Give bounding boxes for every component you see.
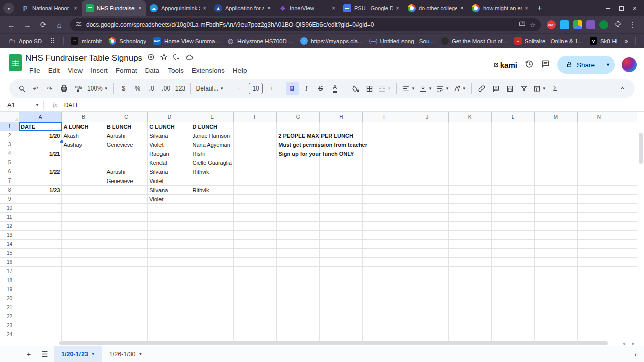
- cell-F10[interactable]: [234, 204, 277, 213]
- cell-H7[interactable]: [320, 176, 363, 186]
- column-header-N[interactable]: N: [578, 112, 620, 122]
- cell-F17[interactable]: [234, 267, 277, 276]
- cell-F15[interactable]: [234, 249, 277, 258]
- cell-F14[interactable]: [234, 240, 277, 249]
- restore-window-button[interactable]: [619, 6, 624, 11]
- cell-D21[interactable]: [148, 303, 191, 312]
- cell-C17[interactable]: [105, 267, 148, 276]
- cell-N1[interactable]: [578, 122, 620, 131]
- back-icon[interactable]: ←: [4, 18, 18, 32]
- italic-button[interactable]: I: [300, 82, 313, 95]
- row-header-9[interactable]: 9: [0, 195, 19, 204]
- cell-H15[interactable]: [320, 249, 363, 258]
- cell-G16[interactable]: [277, 258, 319, 267]
- vertical-align-button[interactable]: ▼: [418, 82, 434, 95]
- drive-extension-icon[interactable]: [573, 20, 582, 29]
- cell-F1[interactable]: [234, 122, 277, 131]
- sheets-logo-icon[interactable]: [5, 51, 25, 74]
- row-header-20[interactable]: 20: [0, 294, 19, 303]
- sheet-tab-1/26-1/30[interactable]: 1/26-1/30▼: [102, 346, 150, 362]
- horizontal-scrollbar[interactable]: ◀ ▶: [0, 341, 644, 346]
- column-header-F[interactable]: F: [234, 112, 277, 122]
- sheet-tab-dropdown-icon[interactable]: ▼: [139, 352, 143, 356]
- decrease-decimals-button[interactable]: .0: [145, 82, 158, 95]
- cell-E8[interactable]: Rithvik: [191, 186, 234, 195]
- cell-J15[interactable]: [406, 249, 449, 258]
- column-header-M[interactable]: M: [535, 112, 578, 122]
- cell-C21[interactable]: [105, 303, 148, 312]
- cell-G13[interactable]: [277, 231, 319, 240]
- table-views-button[interactable]: ▼: [532, 82, 548, 95]
- cell-N10[interactable]: [578, 204, 620, 213]
- cell-J16[interactable]: [406, 258, 449, 267]
- cell-D7[interactable]: Violet: [148, 176, 191, 186]
- cell-C14[interactable]: [105, 240, 148, 249]
- cell-D12[interactable]: [148, 222, 191, 231]
- cell-K7[interactable]: [449, 176, 492, 186]
- cell-B2[interactable]: Akash: [62, 131, 105, 140]
- cell-L17[interactable]: [492, 267, 534, 276]
- cell-I9[interactable]: [363, 195, 406, 204]
- cell-J6[interactable]: [406, 167, 449, 176]
- column-header-H[interactable]: H: [320, 112, 363, 122]
- cell-D15[interactable]: [148, 249, 191, 258]
- cell-I17[interactable]: [363, 267, 406, 276]
- cell-B9[interactable]: [62, 195, 105, 204]
- increase-font-size-button[interactable]: +: [265, 82, 278, 95]
- cell-N24[interactable]: [578, 330, 620, 339]
- row-header-15[interactable]: 15: [0, 249, 19, 258]
- borders-button[interactable]: [363, 82, 376, 95]
- cell-F19[interactable]: [234, 285, 277, 294]
- cell-K6[interactable]: [449, 167, 492, 176]
- browser-tab[interactable]: do other colleges×: [404, 0, 468, 16]
- cell-K21[interactable]: [449, 303, 492, 312]
- cell-F18[interactable]: [234, 276, 277, 285]
- cell-A18[interactable]: [19, 276, 62, 285]
- tab-close-icon[interactable]: ×: [74, 5, 77, 12]
- cell-K14[interactable]: [449, 240, 492, 249]
- cell-B13[interactable]: [62, 231, 105, 240]
- cell-A15[interactable]: [19, 249, 62, 258]
- cell-F2[interactable]: [234, 131, 277, 140]
- cell-C7[interactable]: Genevieve: [105, 176, 148, 186]
- bookmark-item[interactable]: ⠿: [46, 36, 59, 46]
- cell-E1[interactable]: D LUNCH: [191, 122, 234, 131]
- cell-E15[interactable]: [191, 249, 234, 258]
- cell-N9[interactable]: [578, 195, 620, 204]
- format-percent-button[interactable]: %: [131, 82, 144, 95]
- bookmark-item[interactable]: VSk8-Hi: [587, 36, 621, 46]
- cell-F13[interactable]: [234, 231, 277, 240]
- cell-H20[interactable]: [320, 294, 363, 303]
- cell-L3[interactable]: [492, 140, 534, 149]
- cell-A16[interactable]: [19, 258, 62, 267]
- cell-A2[interactable]: 1/20: [19, 131, 62, 140]
- cell-L13[interactable]: [492, 231, 534, 240]
- cell-K23[interactable]: [449, 321, 492, 330]
- tab-close-icon[interactable]: ×: [396, 5, 399, 12]
- cell-F8[interactable]: [234, 186, 277, 195]
- cell-A20[interactable]: [19, 294, 62, 303]
- extensions-puzzle-icon[interactable]: [612, 20, 624, 29]
- row-header-13[interactable]: 13: [0, 231, 19, 240]
- scroll-right-icon[interactable]: ▶: [632, 341, 635, 346]
- cell-F12[interactable]: [234, 222, 277, 231]
- cloud-saved-icon[interactable]: [185, 53, 193, 63]
- cell-K15[interactable]: [449, 249, 492, 258]
- cell-F5[interactable]: [234, 158, 277, 167]
- cell-K8[interactable]: [449, 186, 492, 195]
- cell-L18[interactable]: [492, 276, 534, 285]
- cell-F16[interactable]: [234, 258, 277, 267]
- cell-G9[interactable]: [277, 195, 319, 204]
- cell-F20[interactable]: [234, 294, 277, 303]
- cell-B12[interactable]: [62, 222, 105, 231]
- cell-K2[interactable]: [449, 131, 492, 140]
- cell-L22[interactable]: [492, 312, 534, 321]
- tab-close-icon[interactable]: ×: [267, 5, 271, 12]
- cell-L11[interactable]: [492, 213, 534, 222]
- bookmark-item[interactable]: 🗀Appo SD: [5, 36, 45, 46]
- cell-A1[interactable]: DATE: [19, 122, 62, 131]
- cell-D19[interactable]: [148, 285, 191, 294]
- row-header-6[interactable]: 6: [0, 167, 19, 176]
- cell-D11[interactable]: [148, 213, 191, 222]
- cell-J20[interactable]: [406, 294, 449, 303]
